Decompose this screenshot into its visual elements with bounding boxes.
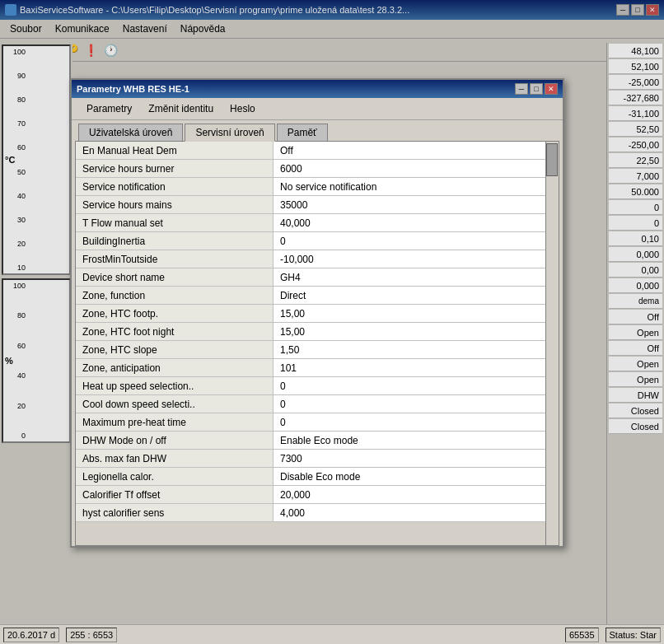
status-value2: 65535 [565,628,599,642]
param-value-15[interactable]: 0 [274,413,545,431]
param-value-2[interactable]: No service notification [274,178,545,195]
param-row-5: BuildingInertia 0 [76,232,545,250]
param-label-2: Service notification [76,178,274,195]
modal-dialog: Parametry WHB RES HE-1 ─ □ ✕ Parametry Z… [70,78,564,548]
param-value-9[interactable]: 15,00 [274,305,545,322]
param-row-9: Zone, HTC footp. 15,00 [76,305,545,323]
param-label-5: BuildingInertia [76,232,274,250]
param-label-18: Legionella calor. [76,468,274,485]
param-label-19: Calorifier Tf offset [76,486,274,503]
param-row-13: Heat up speed selection.. 0 [76,377,545,395]
modal-menu-heslo[interactable]: Heslo [222,101,264,116]
param-label-16: DHW Mode on / off [76,432,274,449]
scrollbar-track[interactable] [545,142,559,545]
scrollbar-thumb[interactable] [546,143,558,176]
modal-minimize-button[interactable]: ─ [515,83,528,95]
param-row-11: Zone, HTC slope 1,50 [76,341,545,359]
param-value-3[interactable]: 35000 [274,196,545,213]
modal-menu-parametry[interactable]: Parametry [78,101,140,116]
param-label-11: Zone, HTC slope [76,341,274,358]
param-label-13: Heat up speed selection.. [76,377,274,394]
modal-close-button[interactable]: ✕ [545,83,558,95]
tab-uzivatelska[interactable]: Uživatelská úroveň [78,124,183,141]
param-row-18: Legionella calor. Disable Eco mode [76,468,545,486]
param-value-0[interactable]: Off [274,142,545,159]
param-value-18[interactable]: Disable Eco mode [274,468,545,485]
param-value-8[interactable]: Direct [274,287,545,304]
modal-overlay: Parametry WHB RES HE-1 ─ □ ✕ Parametry Z… [0,0,664,644]
param-value-4[interactable]: 40,000 [274,214,545,231]
param-label-10: Zone, HTC foot night [76,323,274,340]
modal-window-controls: ─ □ ✕ [515,83,558,95]
modal-menu-identita[interactable]: Změnit identitu [140,101,222,116]
param-label-0: En Manual Heat Dem [76,142,274,159]
param-row-16: DHW Mode on / off Enable Eco mode [76,432,545,450]
param-label-1: Service hours burner [76,160,274,177]
param-label-14: Cool down speed selecti.. [76,395,274,413]
param-value-16[interactable]: Enable Eco mode [274,432,545,449]
param-label-15: Maximum pre-heat time [76,413,274,431]
param-value-6[interactable]: -10,000 [274,250,545,268]
param-label-12: Zone, anticipation [76,359,274,376]
param-row-12: Zone, anticipation 101 [76,359,545,377]
param-row-15: Maximum pre-heat time 0 [76,413,545,432]
param-value-14[interactable]: 0 [274,395,545,413]
param-label-8: Zone, function [76,287,274,304]
status-value1: 255 : 6553 [66,628,117,642]
param-row-4: T Flow manual set 40,000 [76,214,545,232]
param-row-7: Device short name GH4 [76,268,545,287]
param-value-5[interactable]: 0 [274,232,545,250]
param-value-7[interactable]: GH4 [274,268,545,286]
param-label-3: Service hours mains [76,196,274,213]
param-row-17: Abs. max fan DHW 7300 [76,450,545,468]
param-value-19[interactable]: 20,000 [274,486,545,503]
param-row-1: Service hours burner 6000 [76,160,545,178]
param-label-17: Abs. max fan DHW [76,450,274,467]
param-row-3: Service hours mains 35000 [76,196,545,214]
status-text: Status: Star [606,628,661,642]
param-label-4: T Flow manual set [76,214,274,231]
param-row-6: FrostMinToutside -10,000 [76,250,545,268]
tab-servisni[interactable]: Servisní úroveň [185,124,274,142]
param-value-11[interactable]: 1,50 [274,341,545,358]
tab-content: En Manual Heat Dem Off Service hours bur… [75,141,559,546]
param-row-14: Cool down speed selecti.. 0 [76,395,545,413]
modal-tabs: Uživatelská úroveň Servisní úroveň Paměť [72,120,563,141]
param-label-7: Device short name [76,268,274,286]
param-value-13[interactable]: 0 [274,377,545,394]
param-value-17[interactable]: 7300 [274,450,545,467]
status-date: 20.6.2017 d [3,628,59,642]
param-label-20: hyst calorifier sens [76,504,274,521]
status-bar: 20.6.2017 d 255 : 6553 65535 Status: Sta… [0,624,664,644]
param-row-8: Zone, function Direct [76,287,545,305]
modal-menu: Parametry Změnit identitu Heslo [72,98,563,120]
modal-maximize-button[interactable]: □ [530,83,543,95]
param-row-0: En Manual Heat Dem Off [76,142,545,160]
param-value-20[interactable]: 4,000 [274,504,545,521]
param-value-12[interactable]: 101 [274,359,545,376]
param-label-6: FrostMinToutside [76,250,274,268]
param-row-10: Zone, HTC foot night 15,00 [76,323,545,341]
param-row-19: Calorifier Tf offset 20,000 [76,486,545,504]
param-row-2: Service notification No service notifica… [76,178,545,196]
param-value-10[interactable]: 15,00 [274,323,545,340]
param-table-container[interactable]: En Manual Heat Dem Off Service hours bur… [76,142,559,545]
modal-title-bar: Parametry WHB RES HE-1 ─ □ ✕ [72,80,563,98]
param-label-9: Zone, HTC footp. [76,305,274,322]
param-row-20: hyst calorifier sens 4,000 [76,504,545,522]
tab-pamet[interactable]: Paměť [277,124,328,141]
param-value-1[interactable]: 6000 [274,160,545,177]
modal-title: Parametry WHB RES HE-1 [77,84,189,94]
